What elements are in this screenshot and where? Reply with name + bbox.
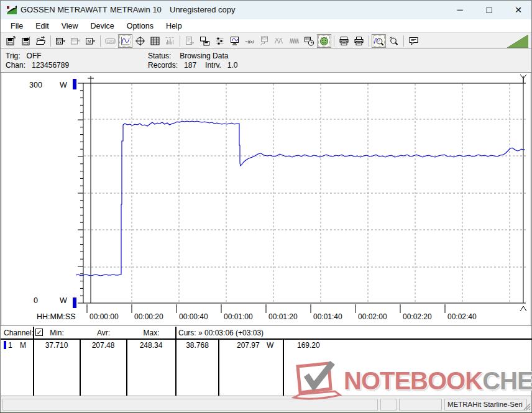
- save-data-button[interactable]: [19, 34, 33, 48]
- row-cursor2-unit: W: [267, 341, 273, 350]
- chan-label: Chan:: [6, 61, 25, 70]
- y-axis-label: 0: [34, 296, 38, 305]
- histogram-view-button[interactable]: [163, 34, 177, 48]
- table-grid-line: [218, 340, 219, 396]
- curve-view-button[interactable]: [118, 34, 132, 48]
- app-logo-icon: [6, 4, 17, 17]
- device-name-panel: METRAHit Starline-Seri: [444, 399, 527, 411]
- export-chart-button[interactable]: [183, 34, 197, 48]
- formula-button[interactable]: =f(x): [242, 34, 257, 48]
- disconnect-device-button[interactable]: [68, 34, 83, 48]
- records-value: 187: [184, 61, 196, 70]
- minimize-button[interactable]: ─: [449, 1, 470, 19]
- menu-edit[interactable]: Edit: [29, 20, 55, 32]
- row-channel-number: 1: [8, 341, 12, 350]
- store-device-button[interactable]: [198, 34, 212, 48]
- open-file-icon: [35, 36, 46, 46]
- row-min-value: 37.710: [34, 341, 80, 350]
- channel-color-marker: [4, 341, 6, 349]
- x-tick-label: 00:00:20: [134, 312, 163, 321]
- comment-icon: [408, 36, 419, 46]
- trigger-button[interactable]: [317, 34, 331, 48]
- cursor-view-button[interactable]: [133, 34, 147, 48]
- zoom-curve-button[interactable]: [372, 34, 386, 48]
- col-header-max: Max:: [127, 328, 176, 338]
- statusbar-panel: [2, 399, 378, 411]
- title-product: METRAwin 10: [110, 5, 162, 14]
- lcd-display-button[interactable]: 1257: [103, 34, 117, 48]
- svg-text:1257: 1257: [107, 39, 114, 43]
- channel-table: Channel: ✓ Min: Avr: Max: Curs: » 00:03:…: [1, 326, 531, 396]
- status-line: Status:Browsing Data: [148, 52, 228, 60]
- print-button[interactable]: [352, 34, 366, 48]
- x-tick-label: 00:01:20: [268, 312, 298, 321]
- title-license: Unregistered copy: [170, 5, 236, 14]
- save-curve-icon: [6, 36, 16, 46]
- row-max-value: 248.34: [127, 341, 175, 350]
- channel-list: Chan:123456789: [6, 61, 69, 70]
- formula-icon: =f(x): [244, 36, 255, 46]
- device-config-icon: [259, 36, 270, 46]
- toolbar-separator: [367, 35, 372, 47]
- statusbar-panel: [380, 399, 397, 411]
- interval-timer-button[interactable]: [302, 34, 316, 48]
- read-memory-button[interactable]: M: [83, 34, 98, 48]
- curve-view-icon: [120, 36, 131, 46]
- channel-settings-button[interactable]: [213, 34, 227, 48]
- comment-button[interactable]: [406, 34, 421, 48]
- menu-view[interactable]: View: [55, 20, 85, 32]
- menu-file[interactable]: File: [4, 20, 29, 32]
- toolbar: M1257=f(x): [1, 33, 531, 49]
- table-view-button[interactable]: [148, 34, 162, 48]
- channel-settings-icon: [214, 36, 225, 46]
- channel-axis-marker: [73, 79, 76, 89]
- save-curve-button[interactable]: [4, 34, 18, 48]
- zoom-info-button[interactable]: [387, 34, 401, 48]
- read-device-button[interactable]: [53, 34, 68, 48]
- chart-panel: 00:00:0000:00:2000:00:4000:01:0000:01:20…: [1, 72, 531, 326]
- menu-options[interactable]: Options: [121, 20, 160, 32]
- x-tick-label: 00:02:20: [403, 312, 432, 321]
- x-tick-label: 00:00:40: [179, 312, 208, 321]
- table-grid-line: [33, 327, 34, 396]
- digital-view-icon: [289, 36, 300, 46]
- x-tick-label: 00:02:40: [447, 312, 477, 321]
- export-chart-icon: [185, 36, 195, 46]
- x-tick-label: 00:01:00: [224, 312, 253, 321]
- intrv-value: 1.0: [227, 61, 238, 70]
- row-delta-value: 169.20: [297, 341, 320, 350]
- power-curve: [76, 121, 525, 276]
- y-axis-label: 300: [29, 81, 42, 89]
- svg-text:=f(x): =f(x): [245, 39, 254, 44]
- lcd-display-icon: 1257: [105, 36, 116, 46]
- col-header-channel: Channel:: [4, 328, 34, 338]
- menu-help[interactable]: Help: [160, 20, 188, 32]
- monitor-view-button[interactable]: [227, 34, 242, 48]
- toolbar-separator: [332, 35, 337, 47]
- status-bar: METRAHit Starline-Seri: [1, 396, 531, 412]
- info-strip: Trig:OFF Chan:123456789 Status:Browsing …: [1, 49, 531, 72]
- col-header-avr: Avr:: [80, 328, 127, 338]
- chart-svg[interactable]: 00:00:0000:00:2000:00:4000:01:0000:01:20…: [1, 73, 532, 327]
- maximize-button[interactable]: □: [479, 1, 500, 19]
- table-view-icon: [150, 36, 160, 46]
- device-config-button[interactable]: [257, 34, 272, 48]
- analog-view-button[interactable]: [272, 34, 287, 48]
- row-channel-mode: M: [20, 341, 26, 350]
- close-button[interactable]: ✕: [508, 1, 529, 19]
- cursor-handle-bottom[interactable]: [520, 306, 526, 311]
- cursor-handle-top[interactable]: [520, 75, 526, 83]
- resize-grip[interactable]: [523, 402, 531, 412]
- open-file-button[interactable]: [34, 34, 48, 48]
- print-preview-button[interactable]: [337, 34, 351, 48]
- toolbar-separator: [178, 35, 183, 47]
- print-icon: [354, 36, 364, 46]
- channel-axis-marker: [73, 297, 76, 308]
- toolbar-separator: [48, 35, 53, 47]
- menu-device[interactable]: Device: [85, 20, 121, 32]
- records-label: Records:: [148, 61, 178, 70]
- digital-view-button[interactable]: [287, 34, 301, 48]
- print-preview-icon: [339, 36, 349, 46]
- disconnect-device-icon: [70, 36, 81, 46]
- store-device-icon: [200, 36, 210, 46]
